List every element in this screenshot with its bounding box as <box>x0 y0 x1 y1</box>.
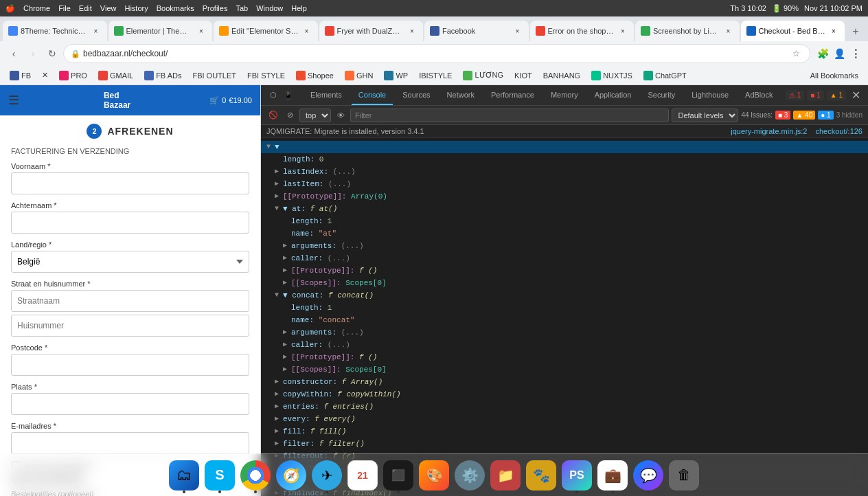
tree-item[interactable]: ▶constructor: f Array() <box>261 376 868 388</box>
menu-tab[interactable]: Tab <box>236 4 248 12</box>
menu-window[interactable]: Window <box>256 4 283 12</box>
error-issues-badge[interactable]: ■ 3 <box>775 111 790 120</box>
menu-chrome[interactable]: Chrome <box>23 4 50 12</box>
tree-item[interactable]: ▶[[Scopes]]: Scopes[0] <box>261 277 868 289</box>
tree-expand-arrow[interactable]: ▶ <box>283 364 291 375</box>
devtools-tab-adblock[interactable]: AdBlock <box>738 86 779 105</box>
tree-item[interactable]: ▶lastItem: (...) <box>261 178 868 190</box>
achternaam-input[interactable] <box>11 212 249 234</box>
warning-issues-badge[interactable]: ▲ 40 <box>793 111 815 120</box>
tree-item[interactable]: ▶[[Scopes]]: Scopes[0] <box>261 363 868 376</box>
menu-bookmarks[interactable]: Bookmarks <box>157 4 194 12</box>
dock-trash[interactable]: 🗑 <box>669 460 699 491</box>
dock-skype[interactable]: S <box>205 460 235 491</box>
tab-close-8theme[interactable]: × <box>91 25 102 36</box>
email-input[interactable] <box>11 432 249 454</box>
tab-close-fryer[interactable]: × <box>407 25 418 36</box>
devtools-tab-lighthouse[interactable]: Lighthouse <box>685 86 735 105</box>
tree-item[interactable]: ▶copyWithin: f copyWithin() <box>261 388 868 401</box>
checkout-link[interactable]: checkout/:126 <box>816 127 863 135</box>
tab-close-error[interactable]: × <box>617 25 628 36</box>
tree-item[interactable]: ▶fill: f fill() <box>261 425 868 438</box>
straat-input[interactable] <box>11 290 249 312</box>
dock-telegram[interactable]: ✈ <box>312 460 342 491</box>
huisnummer-input[interactable] <box>11 315 249 337</box>
tree-expand-arrow[interactable]: ▶ <box>275 414 283 425</box>
devtools-inspect-btn[interactable]: ⬡ <box>266 89 280 102</box>
bookmark-ghn[interactable]: GHN <box>341 68 377 83</box>
bookmark-kiot[interactable]: KIOT <box>510 68 536 83</box>
tree-expand-arrow[interactable]: ▶ <box>283 253 291 264</box>
eye-btn[interactable]: 👁 <box>334 109 347 122</box>
devtools-tab-application[interactable]: Application <box>588 86 639 105</box>
tree-item[interactable]: ▼▼ concat: f concat() <box>261 289 868 302</box>
bookmark-all[interactable]: All Bookmarks <box>806 68 863 83</box>
tree-item[interactable]: length: 1 <box>261 302 868 314</box>
dock-chrome[interactable] <box>240 460 271 491</box>
dock-safari[interactable]: 🧭 <box>276 460 306 491</box>
url-input-wrap[interactable]: 🔒 bedbazaar.nl/checkout/ ☆ <box>63 44 810 63</box>
tree-item[interactable]: ▶every: f every() <box>261 413 868 425</box>
hamburger-menu[interactable]: ☰ <box>8 93 19 108</box>
cart-button[interactable]: 🛒 0 €19.00 <box>209 96 252 105</box>
bookmark-ibistyle[interactable]: IBISTYLE <box>415 68 456 83</box>
context-select[interactable]: top <box>299 109 331 122</box>
jquery-migrate-link[interactable]: jquery-migrate.min.js:2 <box>731 127 807 135</box>
bookmark-fb[interactable]: FB <box>5 68 35 83</box>
tree-item[interactable]: name: "at" <box>261 227 868 240</box>
menu-view[interactable]: View <box>100 4 117 12</box>
tree-expand-arrow[interactable]: ▶ <box>283 339 291 350</box>
tree-item[interactable]: ▼▼ <box>261 141 868 153</box>
tree-item[interactable]: length: 1 <box>261 215 868 227</box>
tree-expand-arrow[interactable]: ▶ <box>283 352 291 363</box>
postcode-input[interactable] <box>11 354 249 376</box>
tree-item[interactable]: length: 0 <box>261 153 868 166</box>
voornaam-input[interactable] <box>11 172 249 194</box>
tab-error[interactable]: Error on the shopping ca... × <box>530 21 635 41</box>
bookmark-fbads[interactable]: FB ADs <box>140 68 185 83</box>
dock-terminal[interactable]: ⬛ <box>383 460 413 491</box>
devtools-tab-memory[interactable]: Memory <box>544 86 585 105</box>
bookmark-icon[interactable]: ☆ <box>789 47 803 60</box>
devtools-mobile-btn[interactable]: 📱 <box>282 89 295 102</box>
tab-elementor[interactable]: Elementor | Theme Build... × <box>108 21 213 41</box>
bookmark-chatgpt[interactable]: ChatGPT <box>639 68 691 83</box>
tree-expand-arrow[interactable]: ▼ <box>275 290 283 301</box>
tab-close-elementor[interactable]: × <box>196 25 207 36</box>
tab-facebook[interactable]: Facebook × <box>424 21 529 41</box>
tree-expand-arrow[interactable]: ▼ <box>275 203 283 214</box>
bookmark-nuxtjs[interactable]: NUXTJS <box>587 68 637 83</box>
bookmark-luong[interactable]: LƯƠNG <box>459 68 507 83</box>
dock-paw[interactable]: 🐾 <box>526 460 556 491</box>
tree-expand-arrow[interactable]: ▶ <box>283 265 291 276</box>
filter-toggle-btn[interactable]: ⊘ <box>283 109 297 122</box>
dock-finder[interactable]: 🗂 <box>169 460 199 491</box>
devtools-close-btn[interactable]: ✕ <box>849 89 863 102</box>
devtools-tab-security[interactable]: Security <box>641 86 682 105</box>
menu-history[interactable]: History <box>124 4 148 12</box>
tree-expand-arrow[interactable]: ▶ <box>275 376 283 387</box>
tab-8theme[interactable]: 8Theme: Technical Tick... × <box>3 21 107 41</box>
back-button[interactable]: ‹ <box>5 45 22 62</box>
tree-expand-arrow[interactable]: ▶ <box>275 389 283 400</box>
info-issues-badge[interactable]: ● 1 <box>818 111 833 120</box>
tree-item[interactable]: ▶[[Prototype]]: Array(0) <box>261 190 868 203</box>
tab-close-edit-elementor[interactable]: × <box>301 25 312 36</box>
menu-edit[interactable]: Edit <box>79 4 92 12</box>
tree-expand-arrow[interactable]: ▶ <box>283 327 291 338</box>
dock-filezilla[interactable]: 📁 <box>490 460 521 491</box>
menu-help[interactable]: Help <box>291 4 307 12</box>
tab-close-facebook[interactable]: × <box>512 25 523 36</box>
bookmark-wp[interactable]: WP <box>380 68 412 83</box>
tab-edit-elementor[interactable]: Edit "Elementor Single P... × <box>214 21 318 41</box>
dock-slack[interactable]: 💼 <box>597 460 628 491</box>
bookmark-x[interactable]: ✕ <box>38 68 52 83</box>
tree-item[interactable]: ▶entries: f entries() <box>261 401 868 413</box>
tree-item[interactable]: ▶caller: (...) <box>261 339 868 351</box>
clear-console-btn[interactable]: 🚫 <box>266 109 280 122</box>
tree-expand-arrow[interactable]: ▶ <box>275 166 283 177</box>
devtools-tab-elements[interactable]: Elements <box>304 86 349 105</box>
land-select[interactable]: België Nederland <box>11 251 249 273</box>
menu-profiles[interactable]: Profiles <box>203 4 228 12</box>
tree-expand-arrow[interactable]: ▼ <box>266 142 275 153</box>
